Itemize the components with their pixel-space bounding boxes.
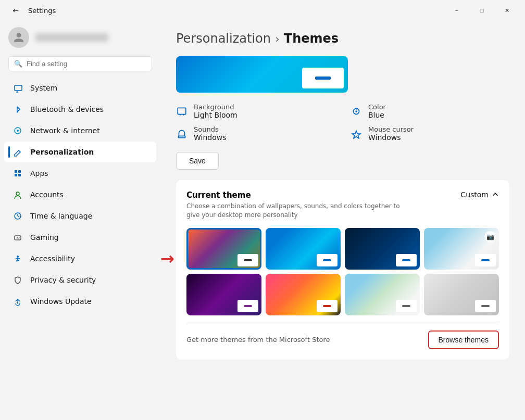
accessibility-icon xyxy=(12,253,23,264)
arrow-indicator: → xyxy=(160,249,174,269)
current-theme-section: Current theme Choose a combination of wa… xyxy=(176,180,509,360)
option-label: Background xyxy=(194,103,238,111)
sidebar-item-bluetooth[interactable]: Bluetooth & devices xyxy=(4,99,156,120)
option-sounds[interactable]: Sounds Windows xyxy=(176,125,335,142)
option-color[interactable]: Color Blue xyxy=(351,103,509,119)
close-button[interactable]: ✕ xyxy=(495,2,519,19)
sidebar-item-accessibility[interactable]: Accessibility xyxy=(4,248,156,269)
save-button[interactable]: Save xyxy=(176,152,219,170)
current-theme-title: Current theme xyxy=(186,190,405,200)
sidebar-item-gaming[interactable]: Gaming xyxy=(4,227,156,248)
theme-card-mini-2 xyxy=(317,254,338,266)
update-icon xyxy=(12,296,23,307)
search-icon: 🔍 xyxy=(14,60,22,68)
sidebar-item-label: Time & language xyxy=(30,212,92,220)
sidebar-item-label: Windows Update xyxy=(30,297,92,306)
titlebar: ← Settings − □ ✕ xyxy=(0,0,525,21)
theme-card-mini-3 xyxy=(396,254,417,266)
option-value: Light Bloom xyxy=(194,111,238,119)
options-grid: Background Light Bloom Color Blue Sounds… xyxy=(176,103,509,142)
sidebar-item-system[interactable]: System xyxy=(4,78,156,98)
svg-point-19 xyxy=(18,238,19,238)
theme-card-7[interactable] xyxy=(345,274,420,315)
theme-card-mini-5 xyxy=(238,300,258,312)
sidebar-item-personalization[interactable]: Personalization xyxy=(4,142,156,162)
browse-themes-button[interactable]: Browse themes xyxy=(428,330,499,349)
browse-footer-text: Get more themes from the Microsoft Store xyxy=(186,336,330,343)
maximize-button[interactable]: □ xyxy=(470,2,494,19)
system-icon xyxy=(12,83,23,93)
svg-line-14 xyxy=(18,216,19,217)
breadcrumb-parent[interactable]: Personalization xyxy=(176,31,271,46)
sidebar-item-network[interactable]: Network & internet xyxy=(4,120,156,141)
app-body: 🔍 System Bluetooth & devices Network & i… xyxy=(0,21,525,420)
minimize-button[interactable]: − xyxy=(445,2,469,19)
breadcrumb: Personalization › Themes xyxy=(176,31,509,46)
sidebar-item-label: Personalization xyxy=(30,148,94,156)
sidebar-item-label: System xyxy=(30,84,57,92)
theme-card-mini-6 xyxy=(317,300,338,312)
svg-rect-0 xyxy=(15,85,22,91)
theme-card-8[interactable] xyxy=(424,274,499,315)
gaming-icon xyxy=(12,232,23,243)
sidebar-item-label: Apps xyxy=(30,169,48,177)
option-label: Color xyxy=(368,103,386,111)
window-controls: − □ ✕ xyxy=(445,2,519,19)
theme-card-2[interactable] xyxy=(266,228,341,270)
current-theme-info: Current theme Choose a combination of wa… xyxy=(186,190,405,220)
avatar xyxy=(8,27,29,48)
window-title: Settings xyxy=(28,7,56,15)
breadcrumb-separator: › xyxy=(275,32,280,45)
time-icon xyxy=(12,211,23,221)
svg-point-26 xyxy=(355,110,357,112)
svg-rect-9 xyxy=(15,174,17,176)
theme-preview xyxy=(176,56,348,93)
sidebar-item-label: Network & internet xyxy=(30,126,100,135)
back-button[interactable]: ← xyxy=(8,3,23,18)
option-icon-0 xyxy=(176,106,188,117)
sidebar-item-label: Bluetooth & devices xyxy=(30,105,104,113)
theme-card-1[interactable] xyxy=(186,228,261,270)
chevron-up-icon xyxy=(492,191,499,198)
option-icon-2 xyxy=(176,128,188,139)
page-title: Themes xyxy=(284,31,339,46)
sidebar-item-update[interactable]: Windows Update xyxy=(4,291,156,312)
svg-point-11 xyxy=(16,192,19,195)
svg-point-20 xyxy=(17,256,19,258)
theme-card-6[interactable] xyxy=(266,274,341,315)
main-content: Personalization › Themes Background Ligh… xyxy=(160,21,525,420)
privacy-icon xyxy=(12,275,23,285)
theme-card-4[interactable]: 📷 xyxy=(424,228,499,270)
sidebar-item-time[interactable]: Time & language xyxy=(4,206,156,226)
option-value: Windows xyxy=(194,133,227,142)
sidebar-item-apps[interactable]: Apps xyxy=(4,163,156,184)
sidebar-item-label: Privacy & security xyxy=(30,276,96,284)
option-background[interactable]: Background Light Bloom xyxy=(176,103,335,119)
option-mouse-cursor[interactable]: Mouse cursor Windows xyxy=(351,125,509,142)
option-value: Blue xyxy=(368,111,386,119)
theme-card-5[interactable] xyxy=(186,274,261,315)
option-value: Windows xyxy=(368,133,414,142)
sidebar: 🔍 System Bluetooth & devices Network & i… xyxy=(0,21,160,420)
current-theme-header: Current theme Choose a combination of wa… xyxy=(186,190,499,220)
custom-badge[interactable]: Custom xyxy=(460,190,499,199)
accounts-icon xyxy=(12,189,23,200)
svg-rect-28 xyxy=(178,136,185,137)
sidebar-nav: System Bluetooth & devices Network & int… xyxy=(0,78,160,312)
sidebar-item-accounts[interactable]: Accounts xyxy=(4,184,156,205)
search-input[interactable] xyxy=(27,60,146,68)
theme-card-mini-7 xyxy=(396,300,417,312)
svg-point-18 xyxy=(19,237,19,237)
theme-card-3[interactable] xyxy=(345,228,420,270)
current-theme-description: Choose a combination of wallpapers, soun… xyxy=(186,202,405,220)
apps-icon xyxy=(12,168,23,179)
option-label: Mouse cursor xyxy=(368,125,414,133)
search-box[interactable]: 🔍 xyxy=(8,56,152,71)
sidebar-item-label: Gaming xyxy=(30,233,59,241)
svg-rect-8 xyxy=(18,170,21,173)
svg-rect-7 xyxy=(15,170,17,173)
theme-card-mini-4 xyxy=(475,254,496,266)
option-icon-3 xyxy=(351,128,362,139)
sidebar-item-privacy[interactable]: Privacy & security xyxy=(4,270,156,290)
bluetooth-icon xyxy=(12,104,23,114)
